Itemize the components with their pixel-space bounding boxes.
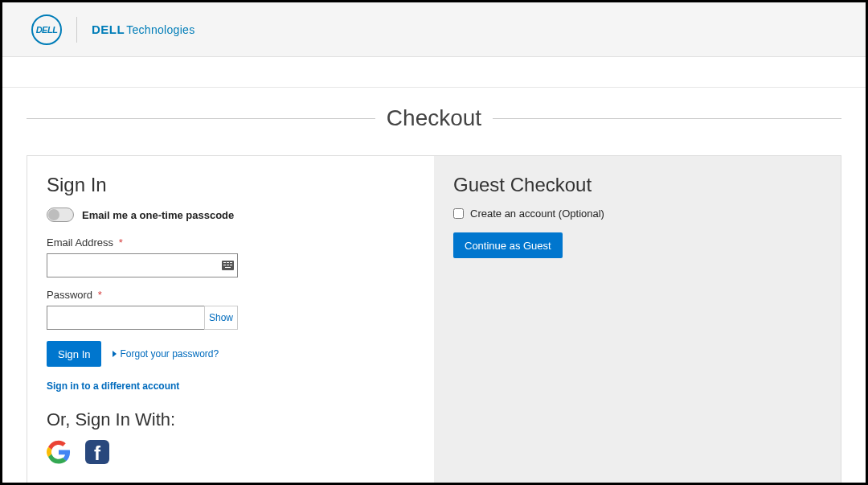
or-signin-heading: Or, Sign In With: [47, 409, 415, 430]
email-field-group: Email Address * [47, 236, 415, 277]
password-label: Password * [47, 289, 415, 301]
signin-button[interactable]: Sign In [47, 341, 101, 367]
create-account-checkbox[interactable] [453, 208, 464, 219]
signin-actions: Sign In Forgot your password? [47, 341, 415, 367]
password-input-wrap: Show [47, 306, 238, 330]
google-icon [47, 440, 71, 464]
toggle-knob-icon [48, 209, 59, 220]
otp-toggle[interactable] [47, 208, 74, 222]
dell-technologies-logo[interactable]: DELL Technologies [92, 23, 195, 36]
facebook-icon: f [94, 444, 100, 463]
dell-logo-icon[interactable]: DELL [31, 14, 62, 45]
email-label: Email Address * [47, 236, 415, 249]
header-divider [76, 17, 77, 43]
email-label-text: Email Address [47, 236, 113, 249]
guest-heading: Guest Checkout [453, 174, 821, 196]
header: DELL DELL Technologies [2, 2, 866, 57]
required-mark: * [119, 236, 123, 249]
signin-heading: Sign In [47, 174, 415, 196]
otp-toggle-row: Email me a one-time passcode [47, 208, 415, 222]
title-rule-left [27, 118, 375, 119]
signin-panel: Sign In Email me a one-time passcode Ema… [27, 156, 434, 485]
keyboard-icon[interactable] [222, 261, 234, 270]
create-account-row: Create an account (Optional) [453, 208, 821, 220]
forgot-password-text: Forgot your password? [120, 348, 219, 360]
email-input-wrap [47, 253, 238, 277]
guest-panel: Guest Checkout Create an account (Option… [434, 156, 841, 485]
otp-toggle-label: Email me a one-time passcode [82, 209, 234, 221]
google-signin-button[interactable] [47, 440, 71, 464]
title-rule-right [493, 118, 841, 119]
password-input[interactable] [47, 306, 204, 330]
dell-logo-text: DELL [36, 25, 58, 35]
facebook-signin-button[interactable]: f [85, 440, 109, 464]
page-title: Checkout [387, 105, 481, 131]
checkout-panels: Sign In Email me a one-time passcode Ema… [27, 155, 841, 485]
required-mark: * [98, 289, 102, 301]
email-input[interactable] [47, 253, 238, 277]
brand-strong: DELL [92, 23, 125, 36]
password-field-group: Password * Show [47, 289, 415, 330]
forgot-password-link[interactable]: Forgot your password? [113, 348, 219, 360]
continue-guest-button[interactable]: Continue as Guest [453, 232, 563, 258]
brand-light: Technologies [126, 23, 194, 36]
different-account-link[interactable]: Sign in to a different account [47, 380, 179, 392]
chevron-right-icon [113, 351, 117, 357]
show-password-button[interactable]: Show [204, 306, 238, 330]
password-label-text: Password [47, 289, 92, 301]
page-title-row: Checkout [27, 105, 841, 131]
create-account-label: Create an account (Optional) [470, 208, 604, 220]
social-signin-row: f [47, 440, 415, 464]
sub-header [2, 57, 866, 88]
